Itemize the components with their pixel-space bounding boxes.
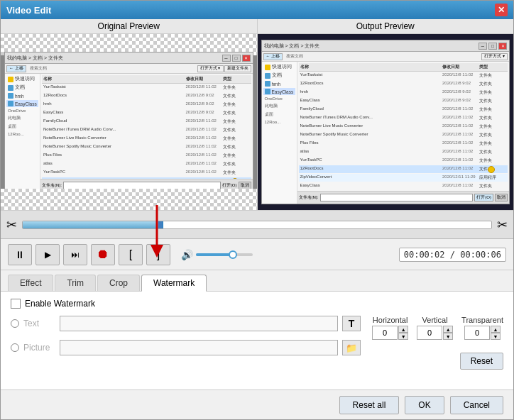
- folder-icon: 📁: [346, 343, 357, 353]
- text-radio[interactable]: [11, 319, 19, 328]
- time-display: 00:00:02 / 00:00:06: [399, 248, 506, 262]
- checker-pattern-bottom: [1, 189, 257, 210]
- picture-radio[interactable]: [11, 343, 19, 352]
- close-button[interactable]: ✕: [495, 4, 508, 16]
- tab-crop[interactable]: Crop: [97, 275, 140, 291]
- output-preview-label: Output Preview: [258, 19, 514, 34]
- timeline-progress: [23, 221, 163, 228]
- tab-effect[interactable]: Effect: [8, 275, 53, 291]
- enable-watermark-row: Enable Watermark: [11, 299, 503, 309]
- bracket-right-button[interactable]: ]: [146, 244, 170, 265]
- tab-trim[interactable]: Trim: [55, 275, 96, 291]
- horizontal-down-button[interactable]: ▼: [398, 333, 408, 340]
- original-preview-panel: Original Preview 我的电脑 > 文档 > 文件夹 ─ □ ✕ ←…: [1, 19, 258, 210]
- record-button[interactable]: ⏺: [91, 244, 115, 265]
- output-file-dialog: 我的电脑 > 文档 > 文件夹 ─ □ ✕ ← 上移 搜索文档 打开方式 ▾ 快…: [261, 40, 510, 204]
- volume-slider[interactable]: [196, 253, 253, 256]
- preview-area: Original Preview 我的电脑 > 文档 > 文件夹 ─ □ ✕ ←…: [1, 19, 513, 211]
- tab-watermark[interactable]: Watermark: [141, 275, 207, 292]
- vertical-label: Vertical: [422, 316, 448, 324]
- timeline-handle[interactable]: [158, 221, 163, 229]
- cancel-button[interactable]: Cancel: [450, 396, 503, 414]
- output-preview-panel: Output Preview 我的电脑 > 文档 > 文件夹 ─ □ ✕ ← 上…: [258, 19, 514, 210]
- pause-button[interactable]: ⏸: [8, 244, 32, 265]
- watermark-content: Text T Picture 📁: [11, 316, 503, 370]
- watermark-panel: Enable Watermark Text T Picture: [1, 292, 513, 389]
- volume-knob[interactable]: [229, 250, 237, 259]
- reset-button[interactable]: Reset: [460, 353, 503, 370]
- vertical-down-button[interactable]: ▼: [443, 333, 453, 340]
- scissor-left-icon[interactable]: ✂: [6, 217, 17, 233]
- scissor-right-icon[interactable]: ✂: [497, 217, 508, 233]
- picture-browse-button[interactable]: 📁: [342, 340, 361, 355]
- volume-area: 🔊: [181, 249, 253, 260]
- reset-all-button[interactable]: Reset all: [339, 396, 400, 414]
- play-button[interactable]: ▶: [35, 244, 60, 265]
- file-dialog-screenshot-original: 我的电脑 > 文档 > 文件夹 ─ □ ✕ ← 上移 搜索文档 打开方式 ▾ 新…: [4, 52, 253, 192]
- horizontal-group: Horizontal ▲ ▼: [372, 316, 408, 340]
- vertical-group: Vertical ▲ ▼: [417, 316, 453, 340]
- watermark-right: Horizontal ▲ ▼ Vertical: [372, 316, 503, 370]
- transparent-label: Transparent: [461, 316, 503, 324]
- timeline-bar[interactable]: [22, 221, 492, 229]
- watermark-picture-row: Picture 📁: [11, 340, 361, 355]
- window-title: Video Edit: [6, 5, 51, 16]
- horizontal-input[interactable]: [372, 326, 398, 340]
- main-window: Video Edit ✕ Original Preview 我的电脑 > 文档 …: [0, 0, 514, 420]
- horizontal-up-button[interactable]: ▲: [398, 326, 408, 333]
- text-input[interactable]: [60, 316, 338, 331]
- picture-input[interactable]: [60, 340, 338, 355]
- transparent-down-button[interactable]: ▼: [491, 333, 501, 340]
- next-frame-button[interactable]: ⏭: [63, 244, 87, 265]
- text-format-button[interactable]: T: [342, 316, 361, 331]
- transparent-input[interactable]: [464, 326, 490, 340]
- enable-watermark-checkbox[interactable]: [11, 299, 21, 309]
- text-radio-label: Text: [23, 319, 55, 328]
- watermark-text-row: Text T: [11, 316, 361, 331]
- ok-button[interactable]: OK: [405, 396, 444, 414]
- controls-area: ⏸ ▶ ⏭ ⏺ [ ] 🔊 00:00:02 / 00:00:06: [1, 239, 513, 270]
- enable-watermark-label: Enable Watermark: [25, 299, 95, 309]
- watermark-left: Text T Picture 📁: [11, 316, 361, 358]
- title-bar: Video Edit ✕: [1, 1, 513, 19]
- bracket-left-button[interactable]: [: [119, 244, 143, 265]
- volume-fill: [196, 253, 230, 256]
- picture-radio-label: Picture: [23, 343, 55, 353]
- timeline-area: ✂ ✂: [1, 211, 513, 239]
- volume-icon: 🔊: [181, 249, 193, 260]
- tabs-bar: Effect Trim Crop Watermark: [1, 270, 513, 292]
- transparent-up-button[interactable]: ▲: [491, 326, 501, 333]
- vertical-up-button[interactable]: ▲: [443, 326, 453, 333]
- bottom-bar: Reset all OK Cancel: [1, 389, 513, 419]
- original-preview-content: 我的电脑 > 文档 > 文件夹 ─ □ ✕ ← 上移 搜索文档 打开方式 ▾ 新…: [1, 34, 257, 210]
- watermark-numbers-row: Horizontal ▲ ▼ Vertical: [372, 316, 503, 340]
- vertical-input[interactable]: [417, 326, 442, 340]
- transparent-group: Transparent ▲ ▼: [461, 316, 503, 340]
- original-preview-label: Original Preview: [1, 19, 257, 34]
- horizontal-label: Horizontal: [373, 316, 408, 324]
